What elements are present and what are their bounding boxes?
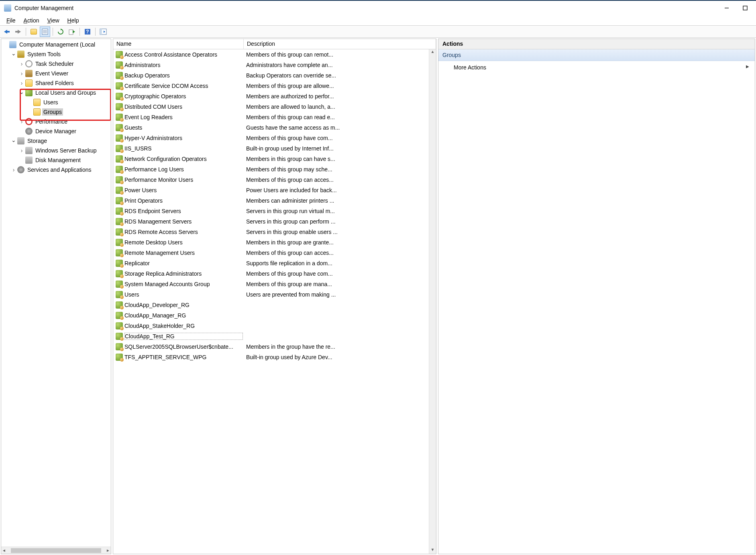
list-row[interactable]: Remote Management UsersMembers of this g… [113,248,429,258]
list-row[interactable]: AdministratorsAdministrators have comple… [113,60,429,70]
group-name: Cryptographic Operators [124,93,243,100]
list-row[interactable]: SQLServer2005SQLBrowserUser$cnbate...Mem… [113,342,429,352]
properties-button[interactable] [40,26,50,37]
more-actions-link[interactable]: More Actions ▶ [438,61,755,74]
group-name: Access Control Assistance Operators [124,51,243,58]
list-row[interactable]: Event Log ReadersMembers of this group c… [113,112,429,122]
list-row[interactable]: Print OperatorsMembers can administer pr… [113,195,429,206]
list-row[interactable]: Distributed COM UsersMembers are allowed… [113,102,429,112]
up-button[interactable] [29,26,39,37]
menu-file[interactable]: File [2,16,20,24]
collapse-icon[interactable]: ⌄ [11,137,16,143]
expand-icon[interactable]: › [19,118,24,125]
tree-item-label: Services and Applications [26,166,93,173]
tree-item[interactable]: ⌄Storage [1,136,111,146]
svg-marker-2 [4,30,7,34]
group-name: RDS Management Servers [124,218,243,225]
list-row[interactable]: Performance Monitor UsersMembers of this… [113,175,429,185]
scroll-thumb[interactable] [11,548,101,553]
list-row[interactable]: CloudApp_Developer_RG [113,300,429,310]
tree-item[interactable]: ›Windows Server Backup [1,146,111,155]
nav-tree[interactable]: Computer Management (Local⌄System Tools›… [1,39,111,547]
help-button[interactable]: ? [82,26,93,37]
list-row[interactable]: Hyper-V AdministratorsMembers of this gr… [113,133,429,143]
group-description: Members of this group can remot... [243,51,429,58]
list-row[interactable]: ReplicatorSupports file replication in a… [113,258,429,268]
scroll-track[interactable] [429,56,436,547]
actions-header: Actions [438,39,755,49]
group-icon [116,103,123,110]
tree-item[interactable]: ›Performance [1,117,111,126]
list-row[interactable]: Performance Log UsersMembers of this gro… [113,164,429,175]
list-row[interactable]: Backup OperatorsBackup Operators can ove… [113,70,429,81]
list-row[interactable]: RDS Endpoint ServersServers in this grou… [113,206,429,216]
maximize-button[interactable] [736,2,754,14]
list-row[interactable]: Certificate Service DCOM AccessMembers o… [113,81,429,91]
group-icon [116,291,123,298]
minimize-button[interactable] [717,2,736,14]
server-icon [9,41,16,48]
tree-item[interactable]: ›Event Viewer [1,69,111,78]
menu-view[interactable]: View [43,16,63,24]
expand-icon[interactable]: › [19,61,24,67]
list-row[interactable]: Network Configuration OperatorsMembers i… [113,154,429,164]
list-row[interactable]: Remote Desktop UsersMembers in this grou… [113,237,429,248]
list-row[interactable]: CloudApp_Manager_RG [113,310,429,321]
list-row[interactable]: Storage Replica AdministratorsMembers of… [113,268,429,279]
group-icon [116,249,123,256]
menu-help[interactable]: Help [63,16,83,24]
list-row[interactable]: CloudApp_Test_RG [113,331,429,342]
tree-item[interactable]: Groups [1,107,111,117]
list-row[interactable]: RDS Management ServersServers in this gr… [113,216,429,227]
tree-item[interactable]: Computer Management (Local [1,40,111,49]
group-description: Servers in this group enable users ... [243,229,429,235]
tree-item-label: Device Manager [34,128,77,135]
actions-category[interactable]: Groups [438,49,755,61]
expand-icon[interactable]: › [11,167,16,173]
tree-item[interactable]: ›Shared Folders [1,78,111,88]
group-name: Administrators [124,62,243,68]
svg-rect-16 [100,29,102,35]
group-icon [116,354,123,361]
list-row[interactable]: TFS_APPTIER_SERVICE_WPGBuilt-in group us… [113,352,429,362]
tree-item[interactable]: Device Manager [1,126,111,136]
forward-button[interactable] [13,26,23,37]
expand-icon[interactable]: › [19,70,24,77]
group-name: Distributed COM Users [124,104,243,110]
tree-item[interactable]: ›Services and Applications [1,165,111,175]
list-row[interactable]: RDS Remote Access ServersServers in this… [113,227,429,237]
list-row[interactable]: CloudApp_StakeHolder_RG [113,321,429,331]
expand-icon[interactable]: › [19,147,24,154]
list-row[interactable]: IIS_IUSRSBuilt-in group used by Internet… [113,143,429,154]
tree-horizontal-scrollbar[interactable]: ◄ ► [1,547,111,554]
tree-item[interactable]: ›Task Scheduler [1,59,111,69]
tree-item[interactable]: Disk Management [1,155,111,165]
tree-item[interactable]: ⌄Local Users and Groups [1,88,111,98]
list-row[interactable]: UsersUsers are prevented from making ... [113,289,429,300]
list-row[interactable]: Cryptographic OperatorsMembers are autho… [113,91,429,102]
list-vertical-scrollbar[interactable]: ▲ ▼ [429,49,436,554]
help-icon: ? [84,28,91,35]
column-description[interactable]: Description [244,39,436,49]
list-row[interactable]: System Managed Accounts GroupMembers of … [113,279,429,289]
show-hide-button[interactable] [98,26,108,37]
group-description: Members of this group have com... [243,270,429,277]
collapse-icon[interactable]: ⌄ [19,89,24,95]
tree-item[interactable]: ⌄System Tools [1,49,111,59]
export-button[interactable] [67,26,77,37]
refresh-button[interactable] [55,26,66,37]
group-icon [116,301,123,309]
book-icon [25,70,33,77]
list-row[interactable]: GuestsGuests have the same access as m..… [113,122,429,133]
tree-item[interactable]: Users [1,98,111,107]
list-row[interactable]: Access Control Assistance OperatorsMembe… [113,49,429,60]
collapse-icon[interactable]: ⌄ [11,50,16,57]
list-body[interactable]: Access Control Assistance OperatorsMembe… [113,49,429,554]
group-name: Guests [124,124,243,131]
list-row[interactable]: Power UsersPower Users are included for … [113,185,429,195]
disk-icon [17,137,24,144]
back-button[interactable] [2,26,12,37]
column-name[interactable]: Name [113,39,244,49]
expand-icon[interactable]: › [19,80,24,86]
menu-action[interactable]: Action [20,16,43,24]
